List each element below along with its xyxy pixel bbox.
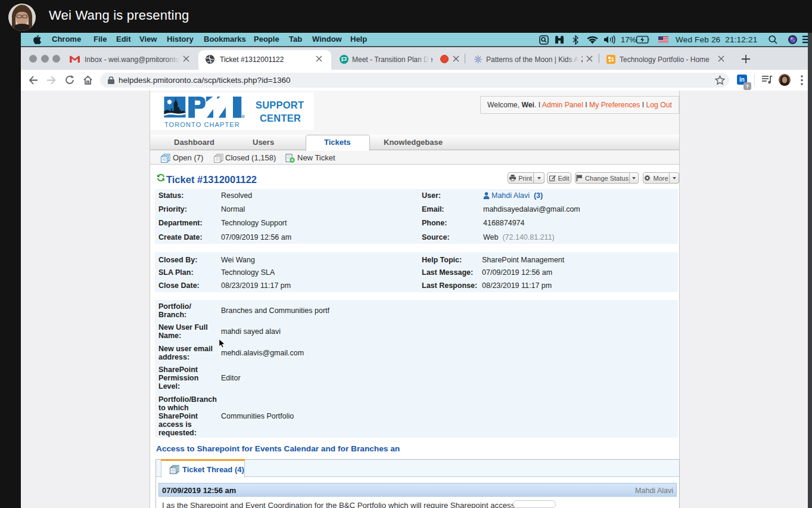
svg-text:R: R (242, 116, 244, 118)
